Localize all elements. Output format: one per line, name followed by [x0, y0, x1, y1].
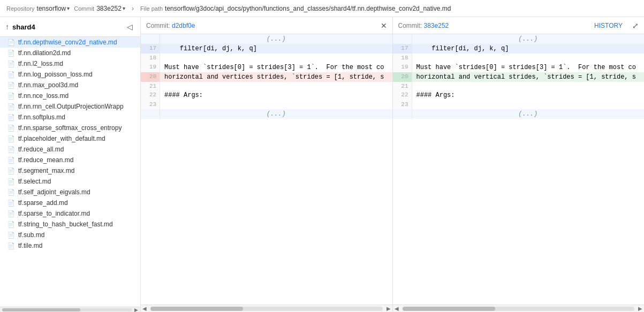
filepath-label: File path — [140, 5, 163, 12]
line-content-2 — [412, 54, 645, 63]
diff-line-5: 21 — [141, 82, 392, 91]
file-name: tf.select.md — [18, 178, 51, 185]
line-content-8: (...) — [160, 109, 392, 119]
sidebar-file-item-13[interactable]: 📄tf.select.md — [0, 176, 140, 187]
diff-line-0: (...) — [141, 34, 392, 44]
sidebar-file-item-16[interactable]: 📄tf.sparse_to_indicator.md — [0, 208, 140, 219]
file-name: tf.nn.l2_loss.md — [18, 60, 63, 67]
diff-line-2: 18 — [141, 54, 392, 63]
sidebar-file-item-14[interactable]: 📄tf.self_adjoint_eigvals.md — [0, 187, 140, 197]
line-content-3: Must have `strides[0] = strides[3] = 1`.… — [160, 63, 392, 72]
sidebar-file-item-7[interactable]: 📄tf.nn.softplus.md — [0, 112, 140, 123]
file-icon: 📄 — [7, 200, 15, 207]
line-number-7: 23 — [141, 100, 160, 109]
sidebar: ↑ shard4 ◁ 📄tf.nn.depthwise_conv2d_nativ… — [0, 17, 141, 312]
left-scroll-right-arrow[interactable]: ▶ — [385, 306, 392, 311]
sidebar-hscrollbar[interactable]: ▶ — [0, 307, 140, 312]
file-icon: 📄 — [7, 242, 15, 249]
right-scroll-left-arrow[interactable]: ◀ — [393, 306, 400, 311]
diff-line-2: 18 — [393, 54, 645, 63]
diff-line-1: 17 filter[di, dj, k, q] — [141, 44, 392, 54]
line-number-5: 21 — [141, 82, 160, 91]
sidebar-file-item-10[interactable]: 📄tf.reduce_all.md — [0, 144, 140, 155]
expand-button[interactable]: ⤢ — [632, 21, 639, 30]
file-icon: 📄 — [7, 157, 15, 164]
sidebar-file-item-15[interactable]: 📄tf.sparse_add.md — [0, 197, 140, 208]
history-button[interactable]: HISTORY — [594, 22, 623, 29]
file-name: tf.nn.sparse_softmax_cross_entropy — [18, 124, 122, 132]
sidebar-file-item-17[interactable]: 📄tf.string_to_hash_bucket_fast.md — [0, 219, 140, 230]
right-scrollbar-track[interactable] — [403, 307, 635, 311]
line-number-3: 19 — [393, 63, 412, 72]
file-name: tf.segment_max.md — [18, 167, 74, 174]
diff-panels: Commit: d2dbf0e ✕ (...)17 filter[di, dj,… — [141, 17, 644, 312]
main-layout: ↑ shard4 ◁ 📄tf.nn.depthwise_conv2d_nativ… — [0, 17, 644, 312]
line-number-2: 18 — [141, 54, 160, 63]
right-scrollbar-thumb[interactable] — [403, 307, 495, 311]
repo-section: Repository tensorflow ▾ — [6, 5, 70, 12]
diff-line-3: 19Must have `strides[0] = strides[3] = 1… — [141, 63, 392, 72]
sidebar-collapse-button[interactable]: ◁ — [125, 21, 135, 32]
line-number-8 — [141, 109, 160, 119]
right-diff-content[interactable]: (...)17 filter[di, dj, k, q]1819Must hav… — [393, 34, 645, 305]
left-panel-close-button[interactable]: ✕ — [381, 21, 387, 30]
file-name: tf.sparse_add.md — [18, 199, 68, 207]
left-scrollbar-track[interactable] — [150, 307, 383, 311]
line-content-6: #### Args: — [412, 90, 645, 100]
sidebar-scroll-area: 📄tf.nn.depthwise_conv2d_native.md📄tf.nn.… — [0, 37, 140, 307]
diff-line-4: 20horizontal and vertical strides, `stri… — [393, 72, 645, 82]
file-icon: 📄 — [7, 93, 15, 100]
sidebar-header: ↑ shard4 ◁ — [0, 17, 140, 37]
line-content-5 — [160, 82, 392, 91]
sidebar-file-item-2[interactable]: 📄tf.nn.l2_loss.md — [0, 58, 140, 69]
file-icon: 📄 — [7, 221, 15, 228]
file-name: tf.self_adjoint_eigvals.md — [18, 188, 90, 196]
sidebar-file-item-0[interactable]: 📄tf.nn.depthwise_conv2d_native.md — [0, 37, 140, 48]
left-scrollbar-thumb[interactable] — [150, 307, 243, 311]
sidebar-scroll-right-arrow[interactable]: ▶ — [134, 307, 140, 313]
sidebar-file-item-11[interactable]: 📄tf.reduce_mean.md — [0, 155, 140, 165]
sidebar-file-item-3[interactable]: 📄tf.nn.log_poisson_loss.md — [0, 69, 140, 80]
left-commit-label: Commit: d2dbf0e — [146, 22, 195, 29]
line-content-4: horizontal and vertical strides, `stride… — [412, 72, 645, 82]
line-content-1: filter[di, dj, k, q] — [160, 44, 392, 54]
left-diff-content[interactable]: (...)17 filter[di, dj, k, q]1819Must hav… — [141, 34, 392, 305]
sidebar-file-list[interactable]: 📄tf.nn.depthwise_conv2d_native.md📄tf.nn.… — [0, 37, 140, 307]
right-scroll-right-arrow[interactable]: ▶ — [637, 306, 644, 311]
line-number-3: 19 — [141, 63, 160, 72]
commit-section: Commit 383e252 ▾ — [74, 5, 125, 12]
left-scroll-left-arrow[interactable]: ◀ — [141, 306, 148, 311]
file-name: tf.nn.depthwise_conv2d_native.md — [18, 39, 117, 46]
sidebar-file-item-1[interactable]: 📄tf.nn.dilation2d.md — [0, 48, 140, 58]
sidebar-file-item-5[interactable]: 📄tf.nn.nce_loss.md — [0, 90, 140, 101]
file-name: tf.string_to_hash_bucket_fast.md — [18, 220, 113, 228]
folder-up-icon[interactable]: ↑ — [5, 22, 9, 31]
diff-line-6: 22#### Args: — [393, 90, 645, 100]
left-hscrollbar[interactable]: ◀ ▶ — [141, 305, 392, 312]
repo-dropdown[interactable]: tensorflow ▾ — [37, 5, 70, 12]
left-commit-hash: d2dbf0e — [172, 22, 195, 29]
sidebar-file-item-4[interactable]: 📄tf.nn.max_pool3d.md — [0, 80, 140, 90]
sidebar-folder-name: shard4 — [12, 23, 35, 31]
commit-value: 383e252 — [96, 5, 122, 12]
file-icon: 📄 — [7, 146, 15, 153]
sidebar-file-item-9[interactable]: 📄tf.placeholder_with_default.md — [0, 133, 140, 144]
file-name: tf.reduce_mean.md — [18, 156, 73, 164]
line-number-8 — [393, 109, 412, 119]
right-hscrollbar[interactable]: ◀ ▶ — [393, 305, 645, 312]
file-icon: 📄 — [7, 82, 15, 89]
line-number-4: 20 — [393, 72, 412, 82]
line-number-4: 20 — [141, 72, 160, 82]
sidebar-file-item-18[interactable]: 📄tf.sub.md — [0, 230, 140, 240]
sidebar-file-item-19[interactable]: 📄tf.tile.md — [0, 240, 140, 251]
sidebar-file-item-12[interactable]: 📄tf.segment_max.md — [0, 165, 140, 176]
diff-line-0: (...) — [393, 34, 645, 44]
right-diff-lines: (...)17 filter[di, dj, k, q]1819Must hav… — [393, 34, 645, 119]
breadcrumb-separator: › — [132, 5, 134, 12]
file-icon: 📄 — [7, 114, 15, 121]
file-name: tf.reduce_all.md — [18, 146, 64, 153]
sidebar-file-item-6[interactable]: 📄tf.nn.rnn_cell.OutputProjectionWrapp — [0, 101, 140, 112]
commit-dropdown[interactable]: 383e252 ▾ — [96, 5, 125, 12]
line-content-2 — [160, 54, 392, 63]
sidebar-file-item-8[interactable]: 📄tf.nn.sparse_softmax_cross_entropy — [0, 123, 140, 133]
